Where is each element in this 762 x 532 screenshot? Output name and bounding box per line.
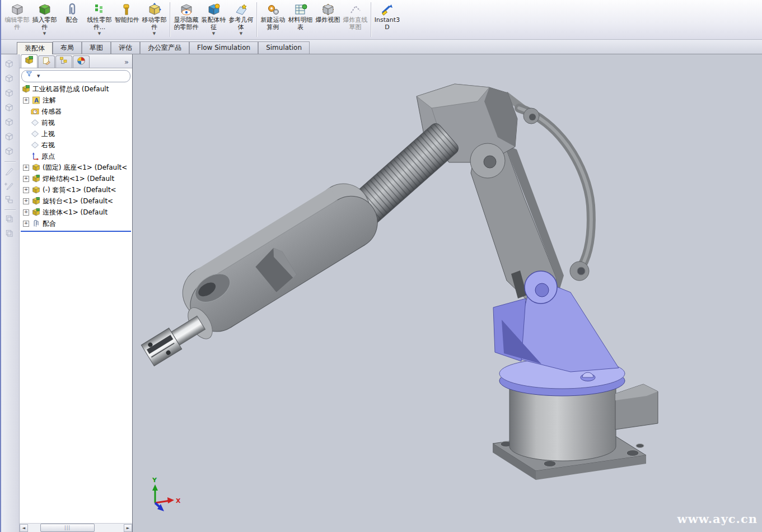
tree-item[interactable]: 上视 bbox=[20, 128, 132, 139]
tree-item[interactable]: 原点 bbox=[20, 151, 132, 162]
ribbon-button-label: 材料明细表 bbox=[287, 17, 314, 31]
tree-item-label: 前视 bbox=[41, 118, 55, 128]
scroll-right-button[interactable]: ► bbox=[124, 524, 132, 532]
mates-icon bbox=[31, 219, 41, 228]
panel-tab-appearance[interactable] bbox=[73, 55, 90, 68]
ribbon-button-label: 线性零部件... bbox=[86, 17, 113, 31]
ribbon-button-motion-study[interactable]: 新建运动算例 bbox=[259, 0, 287, 39]
plane-icon bbox=[30, 141, 40, 150]
command-tab-strip: 装配体布局草图评估办公室产品Flow SimulationSimulation … bbox=[1, 40, 762, 54]
tree-item-label: 焊枪结构<1> (Default bbox=[43, 174, 114, 184]
graphics-viewport[interactable]: Y X www.ayc.cn bbox=[133, 54, 762, 532]
ribbon-button-bom[interactable]: 材料明细表 bbox=[287, 0, 314, 39]
ribbon-button-edit-component: 编辑零部件 bbox=[3, 0, 31, 39]
expand-box[interactable]: + bbox=[23, 198, 29, 204]
expand-box[interactable]: + bbox=[23, 209, 29, 216]
part-green-icon bbox=[31, 208, 41, 217]
robot-base-fin[interactable] bbox=[615, 384, 658, 430]
dropdown-arrow-icon[interactable]: ▼ bbox=[240, 31, 242, 36]
linear-pattern-icon bbox=[93, 2, 106, 17]
dropdown-arrow-icon[interactable]: ▼ bbox=[43, 31, 46, 36]
filter-funnel-icon bbox=[25, 71, 35, 82]
command-tab-装配体[interactable]: 装配体 bbox=[17, 42, 53, 55]
ribbon-group-separator bbox=[170, 2, 171, 37]
ribbon-button-assembly-features[interactable]: 装配体特征▼ bbox=[200, 0, 227, 39]
ribbon-button-explode-sketch: 爆炸直线草图 bbox=[342, 0, 369, 39]
ribbon-button-linear-pattern[interactable]: 线性零部件...▼ bbox=[86, 0, 113, 39]
reference-geometry-icon bbox=[235, 2, 248, 17]
instant3d-icon bbox=[381, 2, 394, 17]
ribbon-button-instant3d[interactable]: Instant3D bbox=[373, 0, 401, 39]
tree-item-label: 配合 bbox=[43, 219, 56, 228]
dropdown-arrow-icon[interactable]: ▼ bbox=[37, 74, 40, 78]
command-tab-草图[interactable]: 草图 bbox=[82, 41, 111, 54]
rollback-bar[interactable] bbox=[21, 231, 131, 232]
ribbon-button-exploded-view[interactable]: 爆炸视图 bbox=[314, 0, 342, 39]
part-icon bbox=[31, 185, 41, 194]
expand-box[interactable]: + bbox=[23, 187, 29, 193]
cube-corner-icon bbox=[3, 146, 17, 159]
ribbon-group-separator bbox=[371, 2, 372, 37]
ribbon-group-separator bbox=[256, 2, 258, 37]
insert-component-icon bbox=[38, 2, 52, 17]
expand-box[interactable]: + bbox=[23, 176, 29, 182]
tree-item[interactable]: +焊枪结构<1> (Default bbox=[20, 173, 132, 184]
mate-icon bbox=[66, 2, 79, 17]
tree-horizontal-scrollbar: ◄ ||| ► bbox=[20, 523, 132, 532]
ribbon-button-reference-geometry[interactable]: 参考几何体▼ bbox=[227, 0, 255, 39]
ribbon-button-label: 移动零部件 bbox=[141, 17, 167, 31]
command-tab-评估[interactable]: 评估 bbox=[111, 41, 140, 54]
tree-item[interactable]: 前视 bbox=[20, 117, 132, 128]
ribbon-button-mate[interactable]: 配合 bbox=[58, 0, 86, 39]
dropdown-arrow-icon[interactable]: ▼ bbox=[98, 31, 101, 36]
assembly-icon bbox=[21, 85, 31, 94]
part-icon bbox=[31, 163, 41, 172]
panel-tab-featuremanager[interactable] bbox=[21, 54, 38, 68]
expand-box[interactable]: + bbox=[23, 165, 29, 171]
ribbon-button-move-component[interactable]: 移动零部件▼ bbox=[141, 0, 168, 39]
annotations-icon: A bbox=[31, 96, 41, 105]
smart-fasteners-icon bbox=[120, 2, 134, 17]
tree-item-label: 原点 bbox=[41, 152, 55, 161]
command-tab-办公室产品[interactable]: 办公室产品 bbox=[140, 41, 189, 54]
robot-lower-arm[interactable] bbox=[133, 174, 387, 372]
tree-filter-input[interactable]: ▼ bbox=[21, 70, 130, 82]
scroll-left-button[interactable]: ◄ bbox=[20, 524, 28, 532]
ribbon-toolbar: 编辑零部件 插入零部件▼ 配合 线性零部件...▼ 智能扣件 移动零部件▼ 显示… bbox=[1, 0, 762, 40]
dropdown-arrow-icon[interactable]: ▼ bbox=[153, 31, 156, 36]
sketch-icon bbox=[3, 165, 17, 178]
ribbon-button-smart-fasteners[interactable]: 智能扣件 bbox=[113, 0, 141, 39]
featuremanager-panel: » ▼ 工业机器臂总成 (Default+A注解传感器前视上视右视原点+(固定)… bbox=[20, 54, 133, 532]
command-tab-布局[interactable]: 布局 bbox=[53, 41, 82, 54]
svg-text:X: X bbox=[176, 497, 181, 505]
panel-tab-configurationmanager[interactable] bbox=[55, 55, 72, 68]
ribbon-button-show-hidden[interactable]: 显示隐藏的零部件 bbox=[172, 0, 200, 39]
tree-item[interactable]: +A注解 bbox=[20, 95, 132, 106]
panel-tab-propertymanager[interactable] bbox=[38, 55, 55, 68]
3d-model-canvas[interactable]: Y X bbox=[133, 54, 762, 532]
tree-item[interactable]: +旋转台<1> (Default< bbox=[20, 195, 132, 207]
sensors-icon bbox=[30, 107, 40, 116]
dropdown-arrow-icon[interactable]: ▼ bbox=[212, 31, 215, 36]
tree-item[interactable]: 右视 bbox=[20, 139, 132, 151]
ribbon-button-insert-component[interactable]: 插入零部件▼ bbox=[31, 0, 58, 39]
cube-back-icon bbox=[3, 87, 17, 101]
command-tab-flow-simulation[interactable]: Flow Simulation bbox=[189, 41, 258, 54]
expand-box[interactable]: + bbox=[23, 97, 29, 104]
ribbon-button-label: 显示隐藏的零部件 bbox=[173, 17, 199, 31]
tree-item[interactable]: +连接体<1> (Default bbox=[20, 207, 132, 218]
panel-tabs-overflow[interactable]: » bbox=[124, 57, 129, 68]
tree-item[interactable]: 工业机器臂总成 (Default bbox=[20, 83, 132, 95]
reorder-icon bbox=[3, 194, 17, 207]
tree-item[interactable]: +配合 bbox=[20, 218, 132, 229]
expand-box[interactable]: + bbox=[23, 221, 29, 227]
cube-right-icon bbox=[3, 116, 17, 130]
plane-icon bbox=[30, 118, 40, 127]
robot-purple-bracket[interactable] bbox=[493, 271, 619, 372]
command-tab-simulation[interactable]: Simulation bbox=[258, 41, 310, 54]
command-tabs: 装配体布局草图评估办公室产品Flow SimulationSimulation bbox=[17, 40, 310, 54]
tree-item[interactable]: +(固定) 底座<1> (Default< bbox=[20, 162, 132, 173]
tree-item[interactable]: +(-) 套筒<1> (Default< bbox=[20, 184, 132, 195]
scrollbar-thumb[interactable]: ||| bbox=[40, 524, 95, 532]
tree-item[interactable]: 传感器 bbox=[20, 106, 132, 117]
